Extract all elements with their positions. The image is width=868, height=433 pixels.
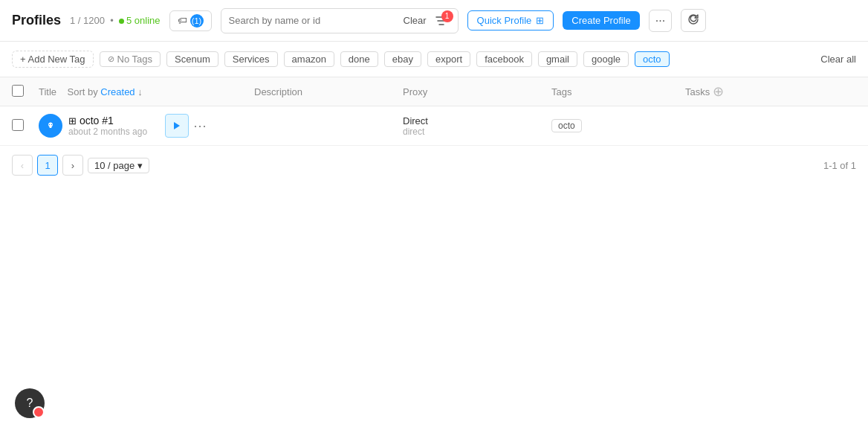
refresh-button[interactable] [681,9,706,32]
header: Profiles 1 / 1200 • 5 online 🏷 (1) Clear… [0,0,868,42]
row-checkbox[interactable] [12,119,24,131]
tag-chip-facebook[interactable]: facebook [476,51,532,67]
svg-point-1 [49,124,51,126]
select-all-cell [12,85,39,99]
tag-chip-services[interactable]: Services [224,51,278,67]
profile-details: ⊞ octo #1 about 2 months ago [68,115,147,137]
filter-badge: 1 [441,10,453,22]
quick-profile-label: Quick Profile [477,15,532,26]
tag-icon: 🏷 [178,15,187,26]
quick-profile-button[interactable]: Quick Profile ⊞ [467,10,554,31]
row-tags: octo [551,119,685,132]
tag-chip-export[interactable]: export [427,51,470,67]
tag-chip-google[interactable]: google [583,51,629,67]
table-body: ⊞ octo #1 about 2 months ago ⋯ Direct di… [0,106,868,146]
filter-icon-button[interactable]: 1 [433,12,450,30]
create-profile-label: Create Profile [571,15,630,26]
row-proxy: Direct direct [403,115,551,137]
select-all-checkbox[interactable] [12,85,24,97]
create-profile-button[interactable]: Create Profile [563,11,639,30]
tag-chip-gmail[interactable]: gmail [538,51,577,67]
avatar [39,114,62,138]
table-header: Title Sort by Created ↓ Description Prox… [0,77,868,106]
tag-chip-scenum[interactable]: Scenum [166,51,218,67]
page-title: Profiles [12,13,61,28]
search-bar: Clear 1 [221,8,459,33]
proxy-main: Direct [403,115,551,126]
row-actions: ⋯ [165,114,207,138]
page-size-select[interactable]: 10 / page ▾ [88,158,149,173]
table-row: ⊞ octo #1 about 2 months ago ⋯ Direct di… [0,106,868,146]
tag-chip-ebay[interactable]: ebay [384,51,421,67]
tags-bar: + Add New Tag ⊘ No Tags Scenum Services … [0,42,868,77]
col-description: Description [254,86,403,97]
os-windows-icon: ⊞ [68,115,77,126]
row-more-button[interactable]: ⋯ [193,118,207,134]
no-tags-icon: ⊘ [108,54,114,64]
tag-filter-button[interactable]: 🏷 (1) [169,10,212,31]
col-tags: Tags [551,86,685,97]
profile-name: octo #1 [80,115,114,126]
search-input[interactable] [229,15,398,26]
online-badge: 5 online [119,15,161,26]
prev-page-button[interactable]: ‹ [12,155,33,176]
play-icon [173,121,181,130]
octo-icon [44,119,57,132]
clear-search-button[interactable]: Clear [404,15,427,26]
row-tag-pill: octo [551,119,582,132]
chevron-down-icon: ▾ [137,160,143,171]
windows-icon: ⊞ [536,15,544,26]
refresh-icon [687,13,699,25]
sort-label: Sort by Created ↓ [68,86,143,97]
col-tasks: Tasks ⊕ [685,83,819,100]
col-proxy: Proxy [403,86,551,97]
clear-all-tags-button[interactable]: Clear all [820,54,856,65]
proxy-sub: direct [403,126,551,137]
pagination-info: 1-1 of 1 [823,160,856,171]
tag-chip-done[interactable]: done [340,51,378,67]
play-button[interactable] [165,114,189,138]
tag-chip-amazon[interactable]: amazon [284,51,334,67]
page-1-button[interactable]: 1 [37,155,58,176]
tag-chip-no-tags[interactable]: ⊘ No Tags [100,51,161,67]
tag-chip-octo[interactable]: octo [635,51,670,67]
pagination: ‹ 1 › 10 / page ▾ 1-1 of 1 [0,146,868,185]
profile-info: ⊞ octo #1 about 2 months ago ⋯ [39,114,254,138]
profile-count: 1 / 1200 • 5 online [70,15,161,26]
col-title: Title Sort by Created ↓ [39,86,254,97]
add-new-tag-button[interactable]: + Add New Tag [12,51,94,68]
svg-point-2 [51,124,53,126]
profile-time: about 2 months ago [68,126,147,137]
tag-filter-badge: (1) [190,14,204,28]
next-page-button[interactable]: › [62,155,83,176]
add-task-button[interactable]: ⊕ [713,83,724,100]
row-checkbox-cell [12,119,39,133]
more-options-button[interactable]: ··· [649,10,672,32]
